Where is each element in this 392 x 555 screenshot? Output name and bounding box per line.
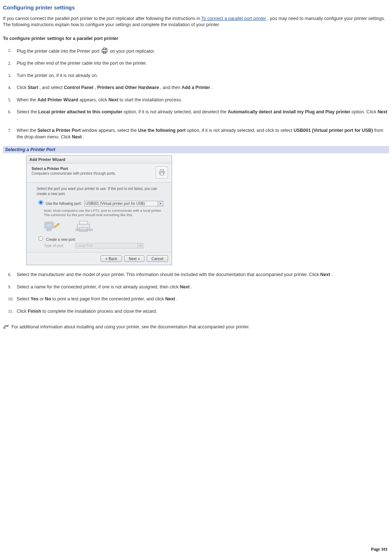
svg-rect-9 xyxy=(47,229,51,231)
step-text: or xyxy=(40,296,45,301)
step-text: to print a test page from the connected … xyxy=(52,296,165,301)
step-number: 5. xyxy=(8,97,11,103)
ui-term: Use the following port xyxy=(138,128,185,133)
ui-term: Next xyxy=(72,134,82,139)
ui-term: Start xyxy=(28,85,38,90)
step-number: 11. xyxy=(8,308,13,315)
create-new-port-radio[interactable] xyxy=(38,236,43,241)
note-icon xyxy=(3,324,9,329)
step-7: 7. When the Select a Printer Port window… xyxy=(8,127,389,140)
step-text: Select the xyxy=(17,109,38,114)
ui-term: USB001 (Virtual printer port for USB) xyxy=(294,128,373,133)
step-text: to complete the installation process and… xyxy=(42,309,157,314)
step-text: Plug the printer cable into the Printer … xyxy=(17,49,101,54)
ui-term: Add Printer Wizard xyxy=(37,97,78,102)
printer-icon xyxy=(156,166,168,179)
step-number: 4. xyxy=(8,85,11,91)
wizard-note: Note: Most computers use the LPT1: port … xyxy=(44,208,165,217)
type-of-port-select: Local Port ▾ xyxy=(75,243,143,248)
step-text: option, if it is not already selected, a… xyxy=(124,109,228,114)
page-title: Configuring printer settings xyxy=(3,4,389,11)
svg-rect-13 xyxy=(76,229,93,231)
printer-port-icon xyxy=(101,48,109,54)
ui-term: Printers and Other Hardware xyxy=(97,85,159,90)
step-number: 3. xyxy=(8,73,11,79)
step-text: to start the installation process. xyxy=(119,97,182,102)
step-text: Select xyxy=(17,296,30,301)
step-text: , and then xyxy=(160,85,181,90)
svg-rect-8 xyxy=(46,223,52,227)
step-9: 9. Select a name for the connected print… xyxy=(8,284,389,291)
computer-icon xyxy=(44,220,61,233)
step-text: . xyxy=(211,85,212,90)
wizard-body-intro: Select the port you want your printer to… xyxy=(37,186,165,196)
wizard-titlebar: Add Printer Wizard xyxy=(26,156,172,163)
ui-term: Next xyxy=(109,97,118,102)
ui-term: Local printer attached to this computer xyxy=(38,109,122,114)
create-new-port-label: Create a new port: xyxy=(46,238,76,242)
step-10: 10. Select Yes or No to print a test pag… xyxy=(8,296,389,303)
type-of-port-row: Type of port: Local Port ▾ xyxy=(44,243,165,248)
back-button[interactable]: < Back xyxy=(101,255,122,262)
steps-list-a: 1. Plug the printer cable into the Print… xyxy=(3,48,389,141)
svg-rect-3 xyxy=(160,170,163,171)
step-text: Plug the other end of the printer cable … xyxy=(17,61,147,66)
figure-caption: Selecting a Printer Port xyxy=(3,146,389,153)
step-text: Click xyxy=(17,309,28,314)
svg-rect-5 xyxy=(160,173,163,175)
ui-term: Next xyxy=(165,296,175,301)
chevron-down-icon: ▾ xyxy=(158,201,163,206)
wizard-button-row: < Back Next > Cancel xyxy=(26,252,172,265)
parallel-port-link[interactable]: To connect a parallel port printer xyxy=(201,16,266,21)
ui-term: No xyxy=(45,296,51,301)
port-select[interactable]: USB001 (Virtual printer port for USB) ▾ xyxy=(84,201,163,206)
type-of-port-label: Type of port: xyxy=(44,244,64,248)
wizard-body: Select the port you want your printer to… xyxy=(26,183,172,252)
step-1: 1. Plug the printer cable into the Print… xyxy=(8,48,389,55)
use-following-port-row: Use the following port: USB001 (Virtual … xyxy=(37,199,165,206)
step-text: on your port replicator. xyxy=(110,49,155,54)
step-text: Turn the printer on, if it is not alread… xyxy=(17,73,98,78)
intro-paragraph: If you cannot connect the parallel port … xyxy=(3,16,389,28)
steps-list-b: 8. Select the manufacturer and the model… xyxy=(3,272,389,315)
ui-term: Next xyxy=(320,272,330,277)
step-text: . xyxy=(191,284,192,289)
footer-note: For additional information about install… xyxy=(3,324,389,331)
ui-term: Next xyxy=(180,284,190,289)
step-6: 6. Select the Local printer attached to … xyxy=(8,109,389,122)
ui-term: Control Panel xyxy=(64,85,93,90)
port-select-value: USB001 (Virtual printer port for USB) xyxy=(86,202,145,206)
next-button[interactable]: Next > xyxy=(124,255,145,262)
step-11: 11. Click Finish to complete the install… xyxy=(8,308,389,315)
step-text: Select a name for the connected printer,… xyxy=(17,284,180,289)
step-number: 2. xyxy=(8,60,11,66)
step-text: . xyxy=(17,116,18,121)
step-text: When the xyxy=(17,97,37,102)
step-text: window appears, select the xyxy=(82,128,138,133)
ui-term: Finish xyxy=(28,309,41,314)
step-number: 10. xyxy=(8,296,13,302)
step-text: . xyxy=(83,134,84,139)
step-text: When the xyxy=(17,128,37,133)
step-text: Select the manufacturer and the model of… xyxy=(17,272,320,277)
wizard-header: Select a Printer Port Computers communic… xyxy=(26,163,172,183)
step-text: option. Click xyxy=(352,109,378,114)
section-heading: To configure printer settings for a para… xyxy=(3,36,389,41)
wizard-header-sub: Computers communicate with printers thro… xyxy=(32,171,156,175)
step-4: 4. Click Start , and select Control Pane… xyxy=(8,85,389,91)
step-number: 1. xyxy=(8,48,11,54)
ui-term: Select a Printer Port xyxy=(37,128,81,133)
step-text: . xyxy=(331,272,332,277)
connector-illustration xyxy=(44,220,165,233)
use-following-port-radio[interactable] xyxy=(38,200,43,205)
ui-term: Add a Printer xyxy=(181,85,210,90)
type-of-port-value: Local Port xyxy=(77,244,93,248)
step-number: 9. xyxy=(8,284,11,290)
step-text: appears, click xyxy=(79,97,109,102)
create-new-port-row: Create a new port: xyxy=(37,235,165,242)
step-number: 8. xyxy=(8,272,11,278)
svg-point-6 xyxy=(163,172,164,173)
step-text: . xyxy=(176,296,177,301)
add-printer-wizard-dialog: Add Printer Wizard Select a Printer Port… xyxy=(26,155,172,265)
cancel-button[interactable]: Cancel xyxy=(147,255,168,262)
